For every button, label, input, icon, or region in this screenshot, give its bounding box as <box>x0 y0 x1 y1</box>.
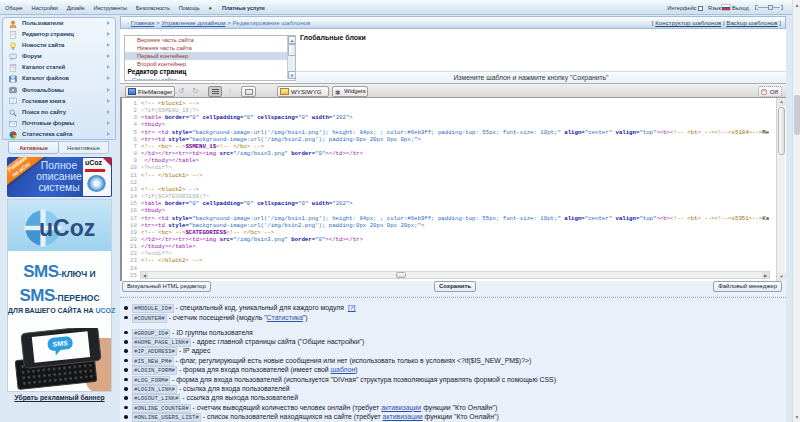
svg-text:uCoz: uCoz <box>39 215 95 241</box>
